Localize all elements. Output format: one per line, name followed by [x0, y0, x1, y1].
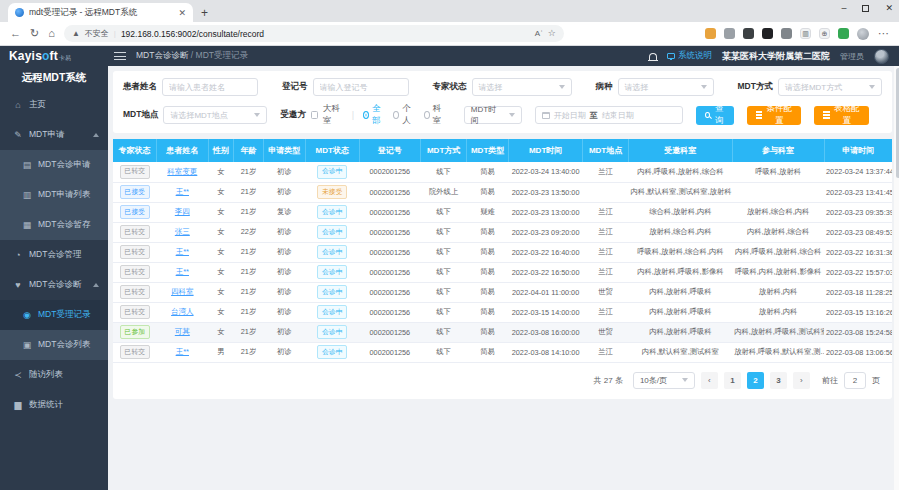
page-numbers: 123: [724, 372, 787, 389]
mdt-time-select[interactable]: MDT时间: [464, 106, 522, 124]
search-button[interactable]: 查询: [696, 106, 734, 125]
close-icon[interactable]: ✕: [885, 3, 893, 13]
patient-name-input[interactable]: [162, 78, 258, 96]
column-header-申请时间[interactable]: 申请时间: [824, 139, 892, 162]
patient-name-link[interactable]: 台湾人: [171, 307, 194, 316]
radio-label-全部[interactable]: 全部: [372, 103, 383, 127]
page-button-3[interactable]: 3: [770, 372, 787, 389]
tab-close-icon[interactable]: ✕: [178, 8, 186, 18]
big-dept-checkbox-label[interactable]: 大科室: [323, 103, 343, 127]
age-cell: 21岁: [234, 302, 264, 322]
sidebar-item-主页[interactable]: ⌂主页: [0, 90, 108, 120]
table-config-button[interactable]: 表格配置: [814, 106, 868, 125]
address-bar[interactable]: ▲ 不安全 | 192.168.0.156:9002/consultate/re…: [64, 25, 564, 42]
sidebar-item-数据统计[interactable]: ▆数据统计: [0, 390, 108, 420]
condition-config-button[interactable]: 条件配置: [747, 106, 801, 125]
column-header-专家状态[interactable]: 专家状态: [113, 139, 157, 162]
gender-cell: 女: [208, 262, 234, 282]
extension-icon-5[interactable]: [781, 28, 792, 39]
column-header-参与科室[interactable]: 参与科室: [732, 139, 824, 162]
reg-no-input[interactable]: [313, 78, 409, 96]
patient-name-link[interactable]: 科室变更: [167, 167, 197, 176]
goto-page-input[interactable]: [844, 372, 866, 389]
back-icon[interactable]: ←: [10, 28, 21, 39]
column-header-受邀科室[interactable]: 受邀科室: [629, 139, 733, 162]
column-header-年龄[interactable]: 年龄: [234, 139, 264, 162]
split-screen-icon[interactable]: ▥: [800, 28, 811, 39]
reg-no-cell: 0002001256: [359, 202, 421, 222]
sidebar-item-MDT会诊申请[interactable]: ▤MDT会诊申请: [0, 150, 108, 180]
sidebar-item-随访列表[interactable]: ≺随访列表: [0, 360, 108, 390]
notification-bell-icon[interactable]: [649, 53, 657, 60]
big-dept-checkbox[interactable]: [311, 111, 318, 119]
column-header-MDT时间[interactable]: MDT时间: [509, 139, 583, 162]
sidebar-item-MDT会诊暂存[interactable]: ▦MDT会诊暂存: [0, 210, 108, 240]
system-doc-link[interactable]: 系统说明: [667, 50, 712, 62]
sidebar-item-MDT受理记录[interactable]: ◉MDT受理记录: [0, 300, 108, 330]
breadcrumb-parent[interactable]: MDT会诊诊断: [136, 50, 188, 60]
radio-个人[interactable]: [393, 111, 399, 119]
patient-name-link[interactable]: 李四: [175, 207, 190, 216]
mdt-time-cell: 2022-03-08 16:00:00: [509, 322, 583, 342]
page-button-2[interactable]: 2: [747, 372, 764, 389]
chart-icon: ▆: [13, 400, 23, 410]
patient-name-link[interactable]: 四科室: [171, 287, 194, 296]
radio-科室[interactable]: [424, 111, 430, 119]
sidebar-item-MDT申请列表[interactable]: ▥MDT申请列表: [0, 180, 108, 210]
column-header-MDT类型[interactable]: MDT类型: [467, 139, 509, 162]
patient-name-link[interactable]: 可其: [175, 327, 190, 336]
patient-name-link[interactable]: 王**: [176, 347, 189, 356]
date-range-picker[interactable]: 开始日期 至 结束日期: [535, 106, 683, 124]
extension-icon-3[interactable]: [743, 28, 754, 39]
patient-name-link[interactable]: 张三: [175, 227, 190, 236]
page-button-1[interactable]: 1: [724, 372, 741, 389]
maximize-icon[interactable]: [862, 5, 869, 12]
patient-name-link[interactable]: 王**: [176, 187, 189, 196]
column-header-性别[interactable]: 性别: [208, 139, 234, 162]
extension-icon-1[interactable]: [705, 28, 716, 39]
favorite-star-icon[interactable]: ☆: [548, 29, 556, 38]
radio-全部[interactable]: [363, 111, 369, 119]
radio-label-科室[interactable]: 科室: [433, 103, 444, 127]
column-header-登记号[interactable]: 登记号: [359, 139, 421, 162]
browser-profile-avatar[interactable]: [857, 28, 869, 40]
expert-status-select[interactable]: 请选择: [472, 78, 572, 96]
disease-select[interactable]: 请选择: [618, 78, 714, 96]
radio-label-个人[interactable]: 个人: [402, 103, 413, 127]
table-row: 已转交王**女21岁初诊会诊中0002001256线下简易2022-03-22 …: [113, 262, 892, 282]
page-size-select[interactable]: 10条/页: [633, 372, 695, 389]
content-scrollbar[interactable]: [894, 66, 899, 490]
mdt-mode-label: MDT方式: [738, 81, 773, 93]
mdt-place-cell: 兰江: [583, 202, 629, 222]
expert-status-badge: 已转交: [120, 245, 150, 259]
favorites-bar-icon[interactable]: ⊕: [819, 28, 830, 39]
column-header-MDT状态[interactable]: MDT状态: [305, 139, 359, 162]
sidebar-collapse-icon[interactable]: [114, 52, 126, 60]
prev-page-button[interactable]: ‹: [701, 372, 718, 389]
patient-name-link[interactable]: 王**: [176, 267, 189, 276]
user-avatar[interactable]: [874, 49, 889, 64]
invited-depts-cell: 内科,放射科,呼吸科,影像科: [629, 262, 733, 282]
sidebar-item-MDT申请[interactable]: ✎MDT申请: [0, 120, 108, 150]
patient-name-link[interactable]: 王**: [176, 247, 189, 256]
minimize-icon[interactable]: –: [841, 3, 846, 13]
read-aloud-icon[interactable]: Aʾ: [535, 30, 543, 38]
column-header-MDT地点[interactable]: MDT地点: [583, 139, 629, 162]
sidebar-item-MDT会诊列表[interactable]: ▣MDT会诊列表: [0, 330, 108, 360]
extension-icon-2[interactable]: [724, 28, 735, 39]
column-header-患者姓名[interactable]: 患者姓名: [157, 139, 208, 162]
extension-icon-4[interactable]: [762, 28, 773, 39]
next-page-button[interactable]: ›: [793, 372, 810, 389]
browser-tab[interactable]: mdt受理记录 - 远程MDT系统 ✕: [8, 3, 193, 22]
mdt-mode-select[interactable]: 请选择MDT方式: [778, 78, 882, 96]
sidebar-item-MDT会诊诊断[interactable]: ♥MDT会诊诊断: [0, 270, 108, 300]
mdt-place-select[interactable]: 请选择MDT地点: [163, 106, 267, 124]
sidebar-item-MDT会诊管理[interactable]: ◔MDT会诊管理: [0, 240, 108, 270]
column-header-申请类型[interactable]: 申请类型: [263, 139, 305, 162]
browser-menu-icon[interactable]: ⋯: [878, 28, 889, 39]
collections-icon[interactable]: [838, 28, 849, 39]
home-icon[interactable]: ⌂: [48, 28, 55, 39]
new-tab-button[interactable]: +: [201, 6, 208, 20]
column-header-MDT方式[interactable]: MDT方式: [421, 139, 467, 162]
refresh-icon[interactable]: ↻: [30, 28, 39, 39]
